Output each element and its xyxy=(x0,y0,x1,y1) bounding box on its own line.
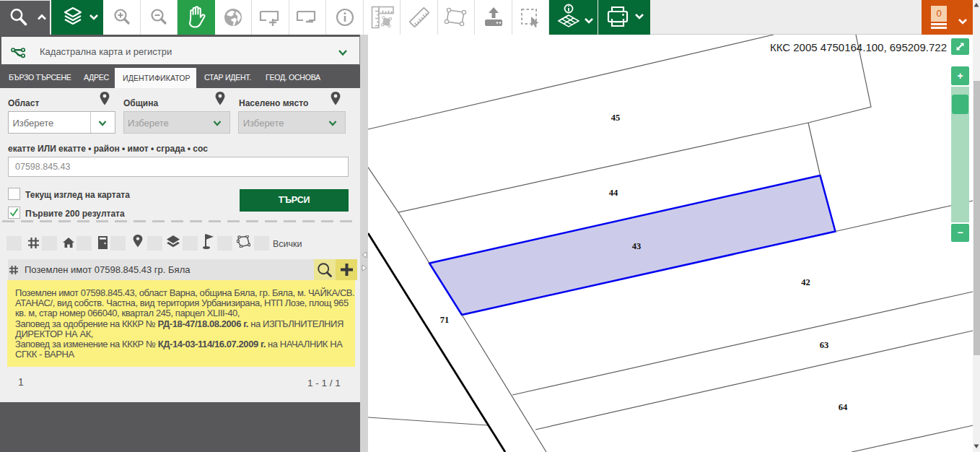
svg-text:71: 71 xyxy=(440,315,450,325)
svg-text:64: 64 xyxy=(839,402,848,412)
svg-text:43: 43 xyxy=(632,241,642,251)
svg-text:45: 45 xyxy=(611,113,621,123)
svg-text:42: 42 xyxy=(801,277,810,287)
svg-text:63: 63 xyxy=(820,340,829,350)
svg-text:44: 44 xyxy=(609,188,618,198)
